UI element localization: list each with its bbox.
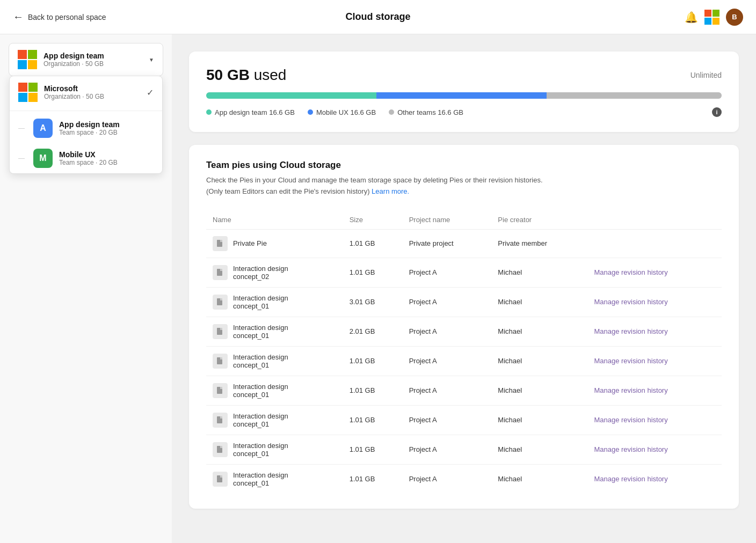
pie-name-text: Interaction design concept_01 xyxy=(233,294,288,310)
pie-name-text: Private Pie xyxy=(233,239,267,247)
learn-more-link[interactable]: Learn more. xyxy=(372,187,409,195)
legend-dot-mobile xyxy=(308,109,313,115)
back-arrow-icon: ← xyxy=(13,11,24,23)
cell-action: Manage revision history xyxy=(587,258,722,287)
bell-icon[interactable]: 🔔 xyxy=(685,11,698,24)
svg-rect-15 xyxy=(220,446,222,448)
table-card-desc: Check the Pies in your Cloud and manage … xyxy=(206,175,722,197)
dropdown-item-mobile-ux[interactable]: — M Mobile UX Team space · 20 GB xyxy=(10,143,162,173)
legend-dot-other xyxy=(389,109,394,115)
cell-name: Interaction design concept_01 xyxy=(206,346,343,376)
mobile-team-name: Mobile UX xyxy=(59,150,154,159)
pie-name-text: Interaction design concept_01 xyxy=(233,324,288,340)
pie-name-text: Interaction design concept_01 xyxy=(233,353,288,369)
cell-creator: Michael xyxy=(491,435,587,464)
pie-name-text: Interaction design concept_02 xyxy=(233,265,288,281)
file-icon xyxy=(216,268,224,277)
table-row: Interaction design concept_01 1.01 GBPro… xyxy=(206,435,722,464)
manage-revision-link[interactable]: Manage revision history xyxy=(594,298,667,306)
cell-project: Private project xyxy=(403,229,492,258)
file-icon xyxy=(216,298,224,306)
cell-project: Project A xyxy=(403,464,492,494)
app-team-info: App design team Team space · 20 GB xyxy=(59,120,154,136)
segment-mobile-ux xyxy=(376,92,547,99)
pie-name-text: Interaction design concept_01 xyxy=(233,442,288,458)
col-size: Size xyxy=(343,210,403,230)
file-icon xyxy=(216,445,224,454)
table-row: Interaction design concept_01 1.01 GBPro… xyxy=(206,464,722,494)
cell-size: 1.01 GB xyxy=(343,376,403,405)
legend-app-design: App design team 16.6 GB xyxy=(206,108,295,116)
table-card: Team pies using Cloud storage Check the … xyxy=(189,145,739,509)
file-icon xyxy=(216,386,224,395)
legend-dot-app xyxy=(206,109,212,115)
org-selector-header[interactable]: App design team Organization · 50 GB ▼ xyxy=(9,43,163,76)
storage-card: 50 GB used Unlimited App design team 16.… xyxy=(189,52,739,132)
dropdown-item-app-design-team[interactable]: — A App design team Team space · 20 GB xyxy=(10,113,162,143)
back-button[interactable]: ← Back to personal space xyxy=(13,11,106,23)
svg-rect-7 xyxy=(220,328,222,330)
manage-revision-link[interactable]: Manage revision history xyxy=(594,416,667,424)
pie-name-cell: Private Pie xyxy=(213,236,337,251)
cell-size: 1.01 GB xyxy=(343,258,403,287)
info-icon[interactable]: i xyxy=(712,107,722,117)
cell-name: Interaction design concept_01 xyxy=(206,376,343,405)
cell-creator: Michael xyxy=(491,405,587,435)
dropdown-item-microsoft[interactable]: Microsoft Organization · 50 GB ✓ xyxy=(10,76,162,108)
cell-name: Interaction design concept_01 xyxy=(206,435,343,464)
indent-line-2: — xyxy=(18,155,27,162)
table-row: Interaction design concept_01 3.01 GBPro… xyxy=(206,287,722,317)
sidebar: App design team Organization · 50 GB ▼ M… xyxy=(0,34,172,543)
check-icon: ✓ xyxy=(147,87,154,98)
table-row: Interaction design concept_01 1.01 GBPro… xyxy=(206,376,722,405)
pie-icon xyxy=(213,236,228,251)
microsoft-logo[interactable] xyxy=(704,10,719,25)
dropdown-arrow-icon: ▼ xyxy=(149,57,154,63)
pie-icon xyxy=(213,354,228,369)
cell-action: Manage revision history xyxy=(587,464,722,494)
main-content: 50 GB used Unlimited App design team 16.… xyxy=(172,34,756,543)
table-body: Private Pie 1.01 GBPrivate projectPrivat… xyxy=(206,229,722,494)
cell-project: Project A xyxy=(403,258,492,287)
svg-rect-5 xyxy=(220,298,222,300)
storage-gb: 50 GB xyxy=(206,67,250,83)
pie-name-cell: Interaction design concept_01 xyxy=(213,294,337,310)
cell-size: 1.01 GB xyxy=(343,346,403,376)
cell-size: 3.01 GB xyxy=(343,287,403,317)
cell-size: 1.01 GB xyxy=(343,405,403,435)
svg-rect-11 xyxy=(220,387,222,389)
svg-rect-9 xyxy=(220,357,222,359)
pie-name-cell: Interaction design concept_01 xyxy=(213,412,337,428)
table-row: Interaction design concept_01 2.01 GBPro… xyxy=(206,317,722,346)
cell-creator: Private member xyxy=(491,229,587,258)
segment-other xyxy=(547,92,722,99)
table-row: Private Pie 1.01 GBPrivate projectPrivat… xyxy=(206,229,722,258)
col-action xyxy=(587,210,722,230)
cell-action: Manage revision history xyxy=(587,317,722,346)
manage-revision-link[interactable]: Manage revision history xyxy=(594,357,667,365)
file-icon xyxy=(216,327,224,336)
manage-revision-link[interactable]: Manage revision history xyxy=(594,475,667,483)
team-avatar-app: A xyxy=(33,119,53,138)
avatar[interactable]: B xyxy=(726,9,743,26)
progress-bar xyxy=(206,92,722,99)
table-row: Interaction design concept_01 1.01 GBPro… xyxy=(206,405,722,435)
storage-header: 50 GB used Unlimited xyxy=(206,67,722,84)
org-logo-icon xyxy=(18,50,37,69)
manage-revision-link[interactable]: Manage revision history xyxy=(594,445,667,453)
cell-size: 1.01 GB xyxy=(343,464,403,494)
svg-rect-17 xyxy=(220,475,222,478)
cell-size: 2.01 GB xyxy=(343,317,403,346)
org-name: App design team xyxy=(43,52,142,60)
manage-revision-link[interactable]: Manage revision history xyxy=(594,268,667,276)
manage-revision-link[interactable]: Manage revision history xyxy=(594,386,667,394)
svg-rect-13 xyxy=(220,416,222,419)
org-sub: Organization · 50 GB xyxy=(43,60,142,68)
cell-creator: Michael xyxy=(491,317,587,346)
cell-action: Manage revision history xyxy=(587,346,722,376)
indent-line: — xyxy=(18,124,27,132)
pie-icon xyxy=(213,442,228,457)
table-card-title: Team pies using Cloud storage xyxy=(206,160,722,171)
cell-project: Project A xyxy=(403,287,492,317)
manage-revision-link[interactable]: Manage revision history xyxy=(594,327,667,335)
